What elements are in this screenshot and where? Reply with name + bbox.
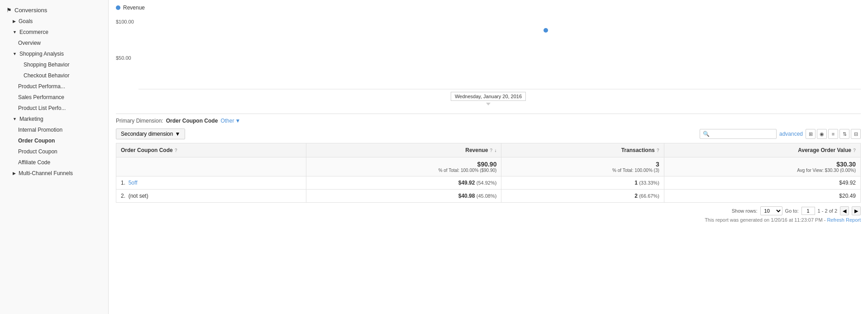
sidebar-item-label: Product Performa... — [18, 83, 65, 90]
row2-coupon-label: (not set) — [129, 193, 148, 199]
svg-point-1 — [544, 28, 548, 33]
sidebar-item-label: Marketing — [19, 116, 43, 122]
sidebar-item-product-list-perf[interactable]: Product List Perfo... — [0, 103, 108, 114]
row2-index: 2. — [121, 193, 125, 199]
prev-page-button[interactable]: ◀ — [840, 206, 849, 215]
totals-revenue-sub: % of Total: 100.00% ($90.90) — [311, 168, 497, 173]
row1-revenue-cell: $49.92 (54.92%) — [306, 176, 501, 190]
sidebar-item-shopping-analysis[interactable]: ▼ Shopping Analysis — [0, 48, 108, 59]
row1-coupon-link[interactable]: 5off — [129, 180, 138, 186]
sidebar-item-marketing[interactable]: ▼ Marketing — [0, 114, 108, 124]
sidebar-item-label: Multi-Channel Funnels — [19, 170, 73, 176]
row1-transactions-cell: 1 (33.33%) — [501, 176, 664, 190]
sidebar-item-conversions[interactable]: ⚑ Conversions — [0, 5, 108, 16]
avg-info-icon[interactable]: ? — [853, 148, 856, 153]
sidebar-item-sales-performance[interactable]: Sales Performance — [0, 92, 108, 103]
table-view-button[interactable]: ⊟ — [851, 129, 861, 139]
totals-revenue-cell: $90.90 % of Total: 100.00% ($90.90) — [306, 157, 501, 176]
sidebar-item-goals[interactable]: ▶ Goals — [0, 16, 108, 27]
search-input[interactable] — [711, 131, 770, 137]
search-icon: 🔍 — [703, 131, 710, 137]
chart-tooltip-text: Wednesday, January 20, 2016 — [455, 94, 522, 99]
row1-coupon-cell: 1. 5off — [116, 176, 306, 190]
totals-transactions-sub: % of Total: 100.00% (3) — [506, 168, 659, 173]
goto-label: Go to: — [785, 208, 799, 214]
primary-dimension-row: Primary Dimension: Order Coupon Code Oth… — [116, 118, 861, 124]
totals-transactions-cell: 3 % of Total: 100.00% (3) — [501, 157, 664, 176]
revenue-sort-icon[interactable]: ↓ — [494, 148, 496, 153]
y-label-50: $50.00 — [116, 55, 131, 61]
flag-icon: ⚑ — [6, 7, 12, 14]
row1-revenue-pct: (54.92%) — [477, 180, 497, 186]
refresh-report-link[interactable]: Refresh Report — [827, 217, 861, 223]
sidebar-item-label: Affiliate Code — [18, 159, 50, 166]
show-rows-select[interactable]: 10 25 50 100 — [760, 206, 782, 215]
row2-avg-order-cell: $20.49 — [664, 190, 860, 203]
other-dim-label: Other — [220, 118, 234, 124]
list-view-button[interactable]: ≡ — [828, 129, 838, 139]
toolbar-right: 🔍 advanced ⊞ ◉ ≡ ⇅ ⊟ — [700, 129, 861, 139]
sidebar-item-label: Goals — [19, 18, 33, 24]
sidebar-item-affiliate-code[interactable]: Affiliate Code — [0, 157, 108, 168]
th-avg-label: Average Order Value — [798, 147, 851, 153]
secondary-dimension-button[interactable]: Secondary dimension ▼ — [116, 128, 185, 139]
table-totals-row: $90.90 % of Total: 100.00% ($90.90) 3 % … — [116, 157, 861, 176]
grid-view-button[interactable]: ⊞ — [806, 129, 816, 139]
coupon-info-icon[interactable]: ? — [175, 148, 177, 153]
goto-input[interactable] — [801, 207, 815, 215]
chart-area: $100.00 $50.00 Wednesday, January 20, 20… — [116, 14, 861, 114]
row2-coupon-cell: 2. (not set) — [116, 190, 306, 203]
revenue-info-icon[interactable]: ? — [490, 148, 492, 153]
next-page-button[interactable]: ▶ — [852, 206, 861, 215]
sort-view-button[interactable]: ⇅ — [839, 129, 849, 139]
sidebar-item-product-coupon[interactable]: Product Coupon — [0, 146, 108, 157]
row1-avg: $49.92 — [839, 180, 856, 186]
sidebar-item-shopping-behavior[interactable]: Shopping Behavior — [0, 59, 108, 70]
table-header-row: Order Coupon Code ? Revenue ? ↓ Transact… — [116, 143, 861, 157]
row2-transactions-main: 2 — [634, 193, 638, 199]
sidebar-item-product-performance[interactable]: Product Performa... — [0, 81, 108, 92]
chart-tooltip-arrow — [486, 103, 491, 105]
sidebar-item-multi-channel[interactable]: ▶ Multi-Channel Funnels — [0, 168, 108, 179]
totals-avg-order-cell: $30.30 Avg for View: $30.30 (0.00%) — [664, 157, 860, 176]
secondary-dim-chevron-icon: ▼ — [175, 131, 180, 137]
sidebar-item-label: Product Coupon — [18, 148, 57, 155]
row1-index: 1. — [121, 180, 125, 186]
sidebar-item-label: Order Coupon — [18, 138, 55, 144]
sidebar-item-ecommerce[interactable]: ▼ Ecommerce — [0, 27, 108, 38]
y-label-100: $100.00 — [116, 19, 134, 24]
pie-view-button[interactable]: ◉ — [817, 129, 827, 139]
totals-coupon-cell — [116, 157, 306, 176]
sidebar-item-label: Product List Perfo... — [18, 105, 66, 111]
sidebar-item-label: Shopping Analysis — [19, 51, 64, 57]
other-chevron-icon: ▼ — [235, 118, 240, 124]
totals-avg-sub: Avg for View: $30.30 (0.00%) — [669, 168, 856, 173]
report-footer: This report was generated on 1/20/16 at … — [116, 217, 861, 223]
toolbar-left: Secondary dimension ▼ — [116, 128, 185, 139]
row1-transactions-main: 1 — [634, 180, 638, 186]
advanced-link[interactable]: advanced — [779, 131, 803, 137]
chevron-down-icon: ▼ — [13, 117, 17, 121]
legend-label: Revenue — [123, 5, 145, 11]
sidebar-item-checkout-behavior[interactable]: Checkout Behavior — [0, 70, 108, 81]
row2-revenue-main: $40.98 — [458, 193, 475, 199]
primary-dim-active[interactable]: Order Coupon Code — [166, 118, 218, 124]
legend-dot — [116, 5, 120, 10]
primary-dim-label: Primary Dimension: — [116, 118, 163, 124]
main-content: Revenue $100.00 $50.00 Wednesday, Januar… — [109, 0, 868, 314]
sidebar-item-order-coupon[interactable]: Order Coupon — [0, 135, 108, 146]
sidebar-item-label: Checkout Behavior — [24, 72, 69, 79]
sidebar-item-overview[interactable]: Overview — [0, 38, 108, 48]
row2-avg: $20.49 — [839, 193, 856, 199]
sidebar-item-label: Shopping Behavior — [24, 62, 69, 68]
chart-tooltip: Wednesday, January 20, 2016 — [451, 92, 526, 101]
sidebar-item-label: Overview — [18, 40, 41, 46]
totals-transactions-main: 3 — [506, 161, 659, 168]
sidebar-item-label: Sales Performance — [18, 94, 64, 100]
chevron-down-icon: ▼ — [13, 52, 17, 56]
sidebar-item-label: Ecommerce — [19, 29, 48, 35]
transactions-info-icon[interactable]: ? — [657, 148, 659, 153]
sidebar-item-internal-promotion[interactable]: Internal Promotion — [0, 124, 108, 135]
other-dimension-link[interactable]: Other ▼ — [220, 118, 240, 124]
th-order-coupon-code: Order Coupon Code ? — [116, 143, 306, 157]
